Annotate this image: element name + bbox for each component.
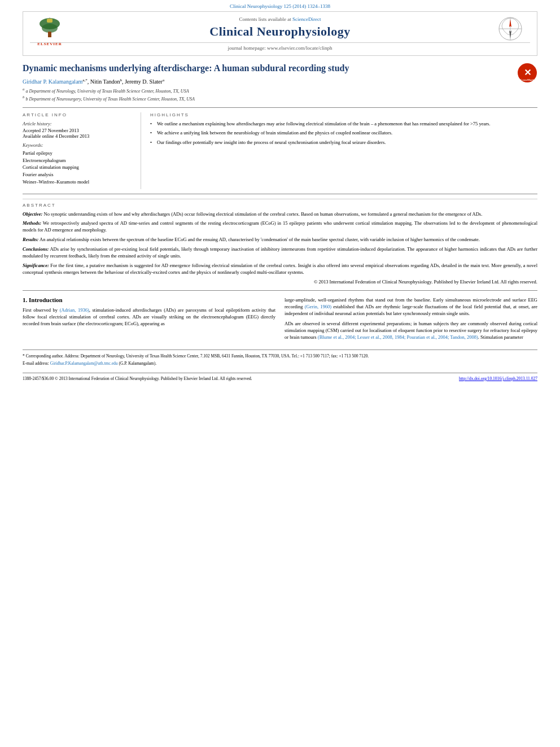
bottom-bar: 1388-2457/$36.00 © 2013 International Fe…: [23, 373, 537, 381]
body-divider: [23, 290, 537, 291]
article-title-text: Dynamic mechanisms underlying afterdisch…: [23, 63, 349, 73]
svg-text:✕: ✕: [524, 68, 531, 77]
affiliation1: a a Department of Neurology, University …: [23, 87, 537, 94]
keywords-group: Keywords: Partial epilepsyElectroencepha…: [23, 142, 134, 186]
homepage-text: journal homepage: www.elsevier.com/locat…: [228, 45, 333, 51]
abstract-paragraph: Significance: For the first time, a puta…: [23, 263, 537, 276]
journal-header: Contents lists available at ScienceDirec…: [23, 11, 537, 56]
author1-link[interactable]: Giridhar P. Kalamangalam: [23, 78, 82, 85]
highlight-item: Our findings offer potentially new insig…: [150, 139, 537, 146]
keyword-item: Cortical stimulation mapping: [23, 164, 134, 171]
journal-right-graphic: [496, 15, 530, 49]
citation-text: Clinical Neurophysiology 125 (2014) 1324…: [230, 3, 330, 9]
elsevier-text: ELSEVIER: [37, 42, 62, 46]
body-section: 1. Introduction First observed by (Adria…: [23, 296, 537, 344]
abstract-label: Abstract: [23, 199, 537, 208]
intro-col2-text: large-amplitude, well-organised rhythms …: [285, 296, 537, 341]
body-col-right: large-amplitude, well-organised rhythms …: [285, 296, 537, 344]
highlight-item: We achieve a unifying link between the n…: [150, 130, 537, 136]
science-direct-anchor[interactable]: ScienceDirect: [292, 16, 321, 22]
abstract-section: Abstract Objective: No synoptic understa…: [23, 199, 537, 285]
journal-main-title: Clinical Neurophysiology: [209, 24, 350, 39]
article-history: Article history: Accepted 27 November 20…: [23, 121, 134, 139]
ref-blume-link[interactable]: (Blume et al., 2004; Lesser et al., 2008…: [318, 334, 478, 340]
journal-title-center: Clinical Neurophysiology: [209, 24, 350, 39]
abstract-paragraph: Results: An analytical relationship exis…: [23, 237, 537, 243]
intro-para: large-amplitude, well-organised rhythms …: [285, 296, 537, 317]
ref-adrian-link[interactable]: (Adrian, 1936): [60, 307, 89, 313]
history-label: Article history:: [23, 121, 134, 126]
homepage-bar: journal homepage: www.elsevier.com/locat…: [30, 42, 530, 51]
keywords-list: Partial epilepsyElectroencephalogramCort…: [23, 150, 134, 186]
intro-heading: 1. Introduction: [23, 296, 275, 303]
abstract-body: Objective: No synoptic understanding exi…: [23, 211, 537, 276]
affiliation2: b b Department of Neurosurgery, Universi…: [23, 95, 537, 102]
science-direct-link: Contents lists available at ScienceDirec…: [30, 16, 530, 22]
svg-marker-9: [509, 30, 511, 38]
available-date: Available online 4 December 2013: [23, 133, 134, 139]
article-title: Dynamic mechanisms underlying afterdisch…: [23, 63, 537, 75]
elsevier-logo: ELSEVIER: [30, 15, 69, 49]
footnote-section: * Corresponding author. Address: Departm…: [23, 350, 537, 367]
article-info-label: Article Info: [23, 112, 134, 117]
issn-text: 1388-2457/$36.00 © 2013 International Fe…: [23, 376, 252, 381]
body-col-left: 1. Introduction First observed by (Adria…: [23, 296, 275, 344]
intro-para: ADs are observed in several different ex…: [285, 320, 537, 341]
intro-para: First observed by (Adrian, 1936), stimul…: [23, 307, 275, 327]
highlights-items: We outline a mechanism explaining how af…: [150, 121, 537, 146]
keyword-item: Partial epilepsy: [23, 150, 134, 157]
doi-link[interactable]: http://dx.doi.org/10.1016/j.clinph.2013.…: [459, 376, 537, 381]
footnote-email-link[interactable]: Giridhar.P.Kalamangalam@uth.tmc.edu: [50, 361, 118, 366]
keyword-item: Fourier analysis: [23, 171, 134, 178]
elsevier-tree-icon: [34, 17, 65, 41]
svg-rect-3: [47, 19, 53, 23]
keyword-item: Weiner–Winfree–Kuramoto model: [23, 178, 134, 186]
journal-citation: Clinical Neurophysiology 125 (2014) 1324…: [0, 0, 560, 11]
highlights-panel: Highlights We outline a mechanism explai…: [141, 112, 537, 189]
svg-rect-2: [48, 32, 51, 37]
keywords-label: Keywords:: [23, 142, 134, 148]
svg-point-1: [42, 24, 58, 33]
abstract-paragraph: Methods: We retrospectively analysed spe…: [23, 220, 537, 234]
article-info-panel: Article Info Article history: Accepted 2…: [23, 112, 141, 189]
highlights-label: Highlights: [150, 112, 537, 117]
article-title-section: Dynamic mechanisms underlying afterdisch…: [23, 63, 537, 102]
ref-gerin-link[interactable]: (Gerin, 1960): [305, 304, 331, 309]
authors-line: Giridhar P. Kalamangalama,*, Nitin Tando…: [23, 78, 537, 85]
footnote-corresp: * Corresponding author. Address: Departm…: [23, 353, 537, 360]
copyright-text: © 2013 International Federation of Clini…: [23, 279, 537, 285]
crossmark-icon[interactable]: ✕ CrossMark: [517, 63, 537, 83]
keyword-item: Electroencephalogram: [23, 157, 134, 164]
highlight-item: We outline a mechanism explaining how af…: [150, 121, 537, 127]
intro-col1-text: First observed by (Adrian, 1936), stimul…: [23, 307, 275, 327]
info-highlights-section: Article Info Article history: Accepted 2…: [23, 107, 537, 194]
svg-text:CrossMark: CrossMark: [520, 78, 535, 81]
abstract-paragraph: Objective: No synoptic understanding exi…: [23, 211, 537, 218]
abstract-paragraph: Conclusions: ADs arise by synchronisatio…: [23, 246, 537, 260]
compass-icon: [496, 15, 524, 43]
accepted-date: Accepted 27 November 2013: [23, 128, 134, 133]
journal-title-row: ELSEVIER Clinical Neurophysiology: [30, 24, 530, 39]
doi-container: http://dx.doi.org/10.1016/j.clinph.2013.…: [459, 376, 537, 381]
svg-marker-8: [509, 19, 511, 27]
footnote-email: E-mail address: Giridhar.P.Kalamangalam@…: [23, 361, 537, 367]
